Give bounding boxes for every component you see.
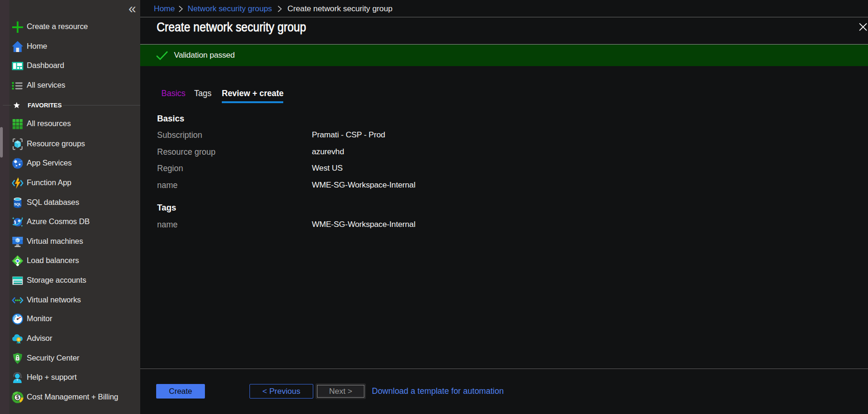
svg-text:$: $: [16, 394, 19, 400]
svg-text:SQL: SQL: [14, 202, 22, 206]
